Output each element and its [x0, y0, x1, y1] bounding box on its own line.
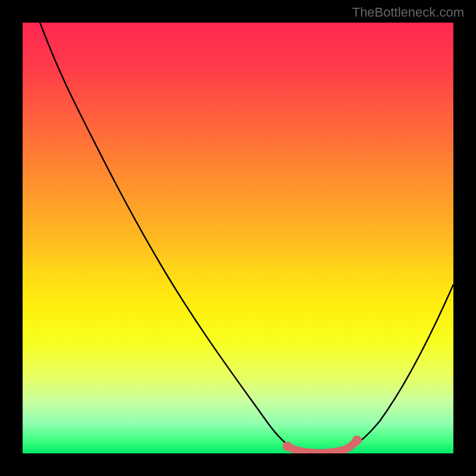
chart-container: TheBottleneck.com: [0, 0, 476, 476]
bottleneck-curve-path: [40, 23, 453, 452]
highlight-start-dot: [283, 441, 292, 451]
curve-svg: [23, 23, 453, 453]
highlight-segment: [287, 440, 357, 453]
highlight-end-dot: [352, 436, 362, 445]
watermark-text: TheBottleneck.com: [352, 5, 464, 20]
plot-area: [23, 23, 453, 453]
